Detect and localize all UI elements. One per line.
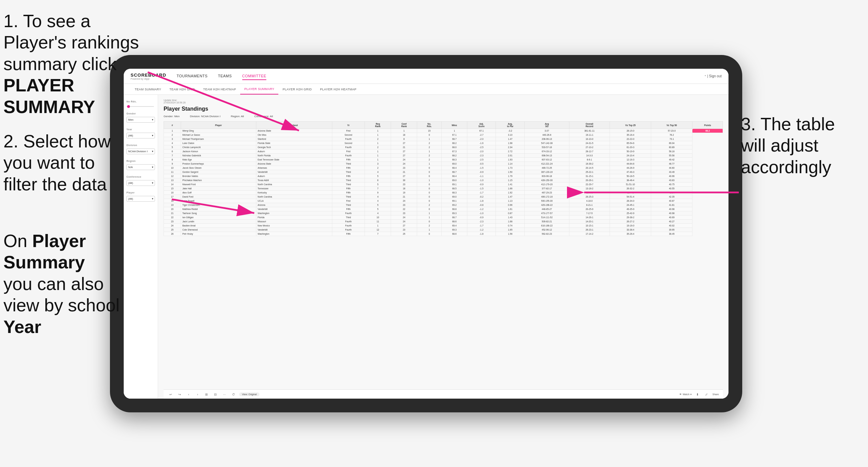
forward-btn[interactable]: › — [194, 391, 201, 398]
undo-btn[interactable]: ↩ — [168, 391, 174, 398]
table-row[interactable]: 26Petr HrubyWashingtonFifth725068.6-1.81… — [164, 232, 723, 236]
table-cell: Arizona State — [256, 162, 332, 166]
table-row[interactable]: 17David FordNorth CarolinaThird421069.0-… — [164, 195, 723, 199]
col-year: Yr — [332, 122, 365, 129]
table-cell: Kentucky — [256, 191, 332, 195]
expand-btn[interactable]: ⤢ — [703, 391, 710, 398]
page-title: Player Standings — [164, 106, 723, 112]
table-row[interactable]: 14Maxwell FordNorth CarolinaThird523069.… — [164, 182, 723, 187]
table-row[interactable]: 18Luke PowellUCLAFirst424069.1-1.81.1350… — [164, 199, 723, 203]
table-cell: 509-82-21 — [525, 220, 569, 224]
table-cell: 69.4 — [442, 224, 467, 228]
table-cell: 0 — [417, 170, 442, 174]
table-row[interactable]: 12Brendan ValdesAuburnFifth527068.4-1.11… — [164, 174, 723, 178]
main-content: Update time: 27/03/2024 16:56:26 Player … — [158, 95, 728, 399]
table-row[interactable]: 9Preston SummerhaysArizona StateThird324… — [164, 162, 723, 166]
table-cell: 69.0 — [442, 178, 467, 182]
table-cell: 1.79 — [496, 174, 525, 178]
table-cell: 4 — [365, 195, 391, 199]
table-row[interactable]: 6Jackson KoivunAuburnFirst127167.3-2.02.… — [164, 149, 723, 154]
clock-btn[interactable]: ⏱ — [230, 391, 236, 398]
player-select[interactable]: (All) ▾ — [126, 196, 155, 202]
subnav-team-h2h-heatmap[interactable]: TEAM H2H HEATMAP — [199, 84, 240, 94]
table-cell: 25 — [164, 228, 181, 232]
table-row[interactable]: 1Wenyi DingArizona StateFirst1115167.1-3… — [164, 129, 723, 133]
more-btn[interactable]: ··· — [221, 391, 227, 398]
subnav-player-summary[interactable]: PLAYER SUMMARY — [240, 84, 278, 94]
table-cell: -1.5 — [467, 187, 496, 191]
download-btn[interactable]: ⬇ — [694, 391, 701, 398]
table-cell: 6 — [164, 149, 181, 154]
table-row[interactable]: 16Alex GoffKentuckyFifth919068.3-1.71.92… — [164, 191, 723, 195]
table-cell: 24 — [391, 162, 417, 166]
table-cell: Fourth — [332, 211, 365, 215]
table-row[interactable]: 25Cole SherwoodVanderbiltFourth1223169.3… — [164, 228, 723, 232]
table-cell: 0 — [417, 207, 442, 211]
share-btn[interactable]: Share — [712, 393, 719, 396]
table-cell: 11-5-3 — [569, 191, 610, 195]
table-cell: 49.42 — [651, 158, 692, 162]
subnav-team-h2h-grid[interactable]: TEAM H2H GRID — [165, 84, 199, 94]
table-row[interactable]: 19Tiger ChristensenArizonaThird523269.2-… — [164, 203, 723, 207]
table-row[interactable]: 23Jack LundinMissouriFourth1124068.6-2.3… — [164, 220, 723, 224]
filter-gender: Gender: Men — [164, 115, 180, 118]
table-cell: 514-111-52 — [525, 215, 569, 220]
table-cell: 4 — [365, 170, 391, 174]
table-cell: -2.0 — [467, 149, 496, 154]
table-cell: 0 — [417, 187, 442, 191]
table-row[interactable]: 2Michael Le SassoOle MissSecond118067.1-… — [164, 133, 723, 137]
table-cell: 21 — [391, 145, 417, 149]
table-row[interactable]: 13Phichaksn MaichonTexas A&MThird630169.… — [164, 178, 723, 182]
table-cell: 7 — [164, 154, 181, 158]
table-row[interactable]: 22Ian GilliganFloridaThird1024168.7-0.91… — [164, 215, 723, 220]
table-row[interactable]: 24Bastien AmatNew MexicoFourth127269.4-1… — [164, 224, 723, 228]
watch-btn[interactable]: 👁 Watch ▾ — [679, 393, 692, 396]
table-row[interactable]: 7Nicholas GabrelcikNorth FloridaFourth12… — [164, 154, 723, 158]
table-cell: 1 — [417, 149, 442, 154]
back-btn[interactable]: ‹ — [186, 391, 192, 398]
subnav-player-h2h-heatmap[interactable]: PLAYER H2H HEATMAP — [316, 84, 360, 94]
gender-select[interactable]: Men ▾ — [126, 117, 155, 123]
table-cell: Fifth — [332, 232, 365, 236]
table-cell: 19-16-0 — [610, 224, 651, 228]
nav-tournaments[interactable]: TOURNAMENTS — [177, 73, 208, 80]
redo-btn[interactable]: ↪ — [177, 391, 183, 398]
nav-right[interactable]: ⁺ | Sign out — [704, 74, 722, 78]
view-badge[interactable]: View: Original — [239, 392, 259, 396]
table-cell: 452-96-12 — [525, 228, 569, 232]
subnav-player-h2h-grid[interactable]: PLAYER H2H GRID — [278, 84, 316, 94]
table-cell: Third — [332, 195, 365, 199]
table-row[interactable]: 11Gordon SargentVanderbiltThird421068.7-… — [164, 170, 723, 174]
table-row[interactable]: 21Taehoon SongWashingtonFourth423169.3-1… — [164, 211, 723, 215]
table-cell: 2 — [365, 166, 391, 170]
table-cell: 51-51-10 — [610, 182, 651, 187]
table-cell: 27 — [391, 224, 417, 228]
table-cell: Arkansas — [256, 166, 332, 170]
table-cell: 25-22-1 — [569, 170, 610, 174]
table-row[interactable]: 8Mats EgeEast Tennessee StateFifth124268… — [164, 158, 723, 162]
table-cell: -0.2 — [467, 195, 496, 199]
paste-btn[interactable]: ⊟ — [212, 391, 219, 398]
table-cell: Preston Summerhays — [181, 162, 256, 166]
table-cell: 412-179-20 — [525, 182, 569, 187]
col-conf-rank: ConfRank — [391, 122, 417, 129]
table-cell: 428-150-30 — [525, 178, 569, 182]
nav-committee[interactable]: COMMITTEE — [242, 73, 267, 80]
table-cell: -1.0 — [467, 211, 496, 215]
table-row[interactable]: 20Matthew RiedelVanderbiltFifth522068.8-… — [164, 207, 723, 211]
col-points: Points — [692, 122, 723, 129]
table-cell: Fifth — [332, 174, 365, 178]
table-cell: 18 — [391, 133, 417, 137]
table-row[interactable]: 4Luke ClatonFlorida StateSecond127268.2-… — [164, 141, 723, 145]
copy-btn[interactable]: ⊞ — [203, 391, 210, 398]
nav-teams[interactable]: TEAMS — [218, 73, 232, 80]
table-cell: 2 — [164, 133, 181, 137]
table-row[interactable]: 5Christo LamprechtGeorgia TechFourth2212… — [164, 145, 723, 149]
table-cell: Auburn — [256, 149, 332, 154]
table-cell: 4 — [164, 141, 181, 145]
table-row[interactable]: 15Jake HallTennesseeFifth718068.5-1.51.6… — [164, 187, 723, 191]
col-vs-top50: Vs Top 50 — [651, 122, 692, 129]
table-row[interactable]: 3Michael ThorbjornsenStanfordFourth28168… — [164, 137, 723, 141]
table-row[interactable]: 10Jacob Skov OlesenArkansasFifth223068.4… — [164, 166, 723, 170]
table-cell: 412-221-24 — [525, 162, 569, 166]
